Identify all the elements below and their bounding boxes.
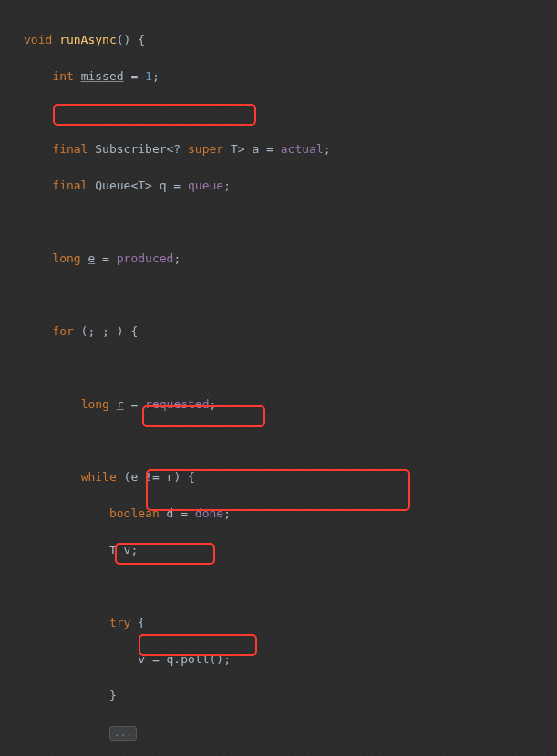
blank-line (24, 213, 557, 231)
code-text: Queue<T> q = (88, 179, 188, 192)
keyword-int: int (52, 69, 73, 83)
blank-line (24, 577, 557, 596)
code-text: ; (223, 506, 231, 520)
code-text: d = (160, 506, 195, 520)
method-name: runAsync (59, 33, 117, 46)
code-line: while (e != r) { (24, 468, 557, 486)
number-literal: 1 (145, 69, 152, 83)
keyword-try: try (109, 616, 130, 629)
blank-line (24, 359, 557, 377)
keyword-long: long (81, 397, 109, 411)
code-line: T v; (24, 541, 557, 559)
variable: r (117, 397, 124, 411)
code-text: ; (210, 397, 217, 411)
field-ref: produced (117, 251, 174, 265)
keyword-while: while (81, 470, 117, 484)
keyword-super: super (188, 142, 223, 156)
keyword-long: long (52, 251, 80, 265)
code-text: ; (173, 251, 181, 265)
code-line: final Subscriber<? super T> a = actual; (24, 140, 557, 158)
blank-line (24, 104, 557, 122)
code-line: int missed = 1; (24, 67, 557, 86)
code-line: ... (24, 723, 557, 741)
code-text: Subscriber<? (88, 142, 188, 156)
code-text: T> a = (223, 142, 281, 156)
code-line: boolean d = done; (24, 505, 557, 523)
keyword-boolean: boolean (109, 506, 160, 520)
code-text (109, 397, 117, 411)
keyword-for: for (52, 324, 73, 338)
code-text: ; (223, 179, 231, 192)
code-text: ; (324, 142, 331, 156)
code-line: v = q.poll(); (24, 650, 557, 669)
code-line: } (24, 687, 557, 705)
keyword-final: final (52, 142, 88, 156)
fold-marker[interactable]: ... (109, 726, 137, 741)
field-ref: done (195, 506, 223, 520)
field-ref: requested (145, 397, 209, 411)
keyword-void: void (24, 33, 52, 46)
code-line: for (; ; ) { (24, 322, 557, 341)
code-text: () { (117, 33, 145, 46)
blank-line (24, 432, 557, 450)
code-text: { (130, 616, 145, 629)
keyword-final: final (52, 179, 88, 192)
type-ref: T (109, 543, 117, 557)
code-text: (e != r) { (117, 470, 195, 484)
code-text: } (109, 689, 117, 702)
blank-line (24, 286, 557, 304)
variable: missed (81, 69, 124, 83)
code-text: v = q.poll(); (138, 652, 231, 666)
code-line: long r = requested; (24, 395, 557, 414)
code-text: ; (152, 69, 160, 83)
code-text: = (95, 251, 116, 265)
code-editor[interactable]: void runAsync() { int missed = 1; final … (0, 0, 557, 756)
code-line: try { (24, 614, 557, 632)
code-text: = (124, 397, 145, 411)
code-text: (; ; ) { (74, 324, 138, 338)
code-line: void runAsync() { (24, 31, 557, 49)
code-text: = (124, 69, 145, 83)
field-ref: actual (281, 142, 324, 156)
field-ref: queue (188, 179, 223, 192)
code-line: long e = produced; (24, 250, 557, 268)
code-line: final Queue<T> q = queue; (24, 177, 557, 195)
code-text: v; (117, 543, 138, 557)
